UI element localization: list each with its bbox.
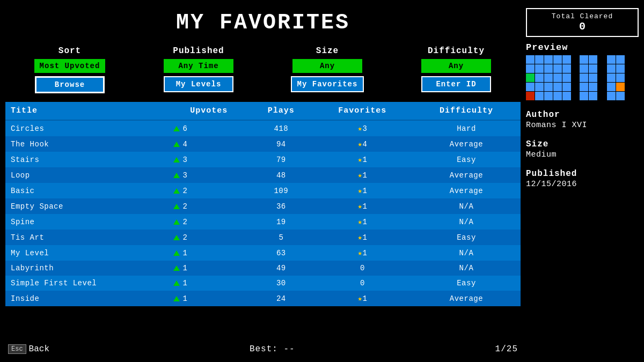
- cell-difficulty: N/A: [412, 261, 521, 276]
- preview-cell: [535, 55, 544, 64]
- table-row[interactable]: Simple First Level1300Easy: [5, 276, 521, 291]
- cell-upvotes: 2: [168, 230, 250, 245]
- cell-title: Tis Art: [5, 230, 168, 245]
- cell-upvotes: 1: [168, 261, 250, 276]
- table-row[interactable]: My Level163★1N/A: [5, 245, 521, 261]
- preview-cell: [580, 92, 588, 100]
- col-favorites: Favorites: [313, 102, 412, 120]
- cell-title: The Hook: [5, 136, 168, 152]
- difficulty-button[interactable]: Any: [421, 59, 491, 73]
- table-row[interactable]: Stairs379★1Easy: [5, 152, 521, 167]
- cell-favorites: ★1: [313, 291, 412, 306]
- cell-difficulty: N/A: [412, 198, 521, 214]
- preview-cell: [535, 64, 544, 73]
- cell-favorites: ★3: [313, 120, 412, 136]
- cell-upvotes: 1: [168, 245, 250, 261]
- table-row[interactable]: Labyrinth1490N/A: [5, 261, 521, 276]
- preview-cell: [526, 73, 535, 82]
- cell-favorites: ★1: [313, 183, 412, 198]
- preview-cell: [598, 64, 606, 73]
- cell-title: Loop: [5, 167, 168, 183]
- total-cleared-label: Total Cleared: [532, 12, 632, 20]
- cell-difficulty: Easy: [412, 152, 521, 167]
- cell-upvotes: 1: [168, 291, 250, 306]
- browse-button[interactable]: Browse: [35, 76, 105, 93]
- cell-upvotes: 6: [168, 120, 250, 136]
- author-label: Author: [526, 110, 639, 120]
- preview-cell: [607, 92, 616, 100]
- my-favorites-button[interactable]: My Favorites: [291, 76, 364, 92]
- cell-favorites: ★1: [313, 152, 412, 167]
- cell-plays: 63: [250, 245, 313, 261]
- preview-cell: [580, 73, 588, 82]
- cell-upvotes: 2: [168, 198, 250, 214]
- preview-cell: [607, 73, 616, 82]
- table-row[interactable]: Circles6418★3Hard: [5, 120, 521, 136]
- col-plays: Plays: [250, 102, 313, 120]
- table-row[interactable]: Spine219★1N/A: [5, 214, 521, 230]
- preview-cell: [616, 73, 625, 82]
- size-filter-label: Size: [316, 46, 339, 56]
- cell-upvotes: 2: [168, 183, 250, 198]
- page-title: My FavOritES: [5, 5, 521, 38]
- preview-cell: [562, 92, 571, 100]
- preview-grid: [526, 55, 639, 100]
- col-upvotes: Upvotes: [168, 102, 250, 120]
- total-cleared-value: 0: [532, 20, 632, 33]
- preview-cell: [562, 55, 571, 64]
- preview-cell: [616, 83, 625, 91]
- preview-cell: [607, 55, 616, 64]
- my-levels-button[interactable]: My Levels: [164, 76, 233, 92]
- preview-cell: [553, 55, 562, 64]
- cell-upvotes: 1: [168, 276, 250, 291]
- cell-title: Inside: [5, 291, 168, 306]
- cell-favorites: 0: [313, 261, 412, 276]
- cell-upvotes: 3: [168, 152, 250, 167]
- preview-cell: [544, 83, 553, 91]
- table-row[interactable]: Tis Art25★1Easy: [5, 230, 521, 245]
- cell-plays: 49: [250, 261, 313, 276]
- published-section: Published 12/15/2016: [526, 169, 639, 189]
- preview-cell: [544, 92, 553, 100]
- preview-cell: [562, 73, 571, 82]
- preview-section: Preview: [526, 42, 639, 100]
- preview-cell: [562, 64, 571, 73]
- cell-favorites: ★4: [313, 136, 412, 152]
- size-value: Medium: [526, 150, 639, 159]
- cell-plays: 79: [250, 152, 313, 167]
- cell-upvotes: 2: [168, 214, 250, 230]
- bottom-bar: Esc Back Best: -- 1/25: [5, 342, 521, 357]
- table-row[interactable]: Basic2109★1Average: [5, 183, 521, 198]
- cell-favorites: ★1: [313, 198, 412, 214]
- cell-difficulty: Easy: [412, 230, 521, 245]
- total-cleared-box: Total Cleared 0: [526, 8, 639, 37]
- back-label[interactable]: Back: [29, 344, 49, 354]
- esc-label[interactable]: Esc: [8, 344, 26, 354]
- size-section: Size Medium: [526, 139, 639, 159]
- cell-favorites: ★1: [313, 245, 412, 261]
- preview-label: Preview: [526, 42, 639, 53]
- table-row[interactable]: Inside124★1Average: [5, 291, 521, 306]
- table-row[interactable]: The Hook494★4Average: [5, 136, 521, 152]
- cell-favorites: ★1: [313, 214, 412, 230]
- preview-cell: [544, 64, 553, 73]
- author-section: Author Romans I XVI: [526, 110, 639, 130]
- enter-id-button[interactable]: Enter ID: [421, 76, 491, 92]
- cell-plays: 19: [250, 214, 313, 230]
- cell-favorites: ★1: [313, 230, 412, 245]
- cell-upvotes: 4: [168, 136, 250, 152]
- preview-cell: [562, 83, 571, 91]
- table-row[interactable]: Empty Space236★1N/A: [5, 198, 521, 214]
- table-row[interactable]: Loop348★1Average: [5, 167, 521, 183]
- cell-title: Spine: [5, 214, 168, 230]
- preview-cell: [616, 64, 625, 73]
- cell-plays: 109: [250, 183, 313, 198]
- published-button[interactable]: Any Time: [164, 59, 233, 73]
- preview-cell: [589, 55, 597, 64]
- size-button[interactable]: Any: [292, 59, 362, 73]
- cell-difficulty: Average: [412, 167, 521, 183]
- cell-difficulty: N/A: [412, 214, 521, 230]
- sort-button[interactable]: Most Upvoted: [34, 59, 106, 73]
- cell-plays: 418: [250, 120, 313, 136]
- preview-cell: [598, 73, 606, 82]
